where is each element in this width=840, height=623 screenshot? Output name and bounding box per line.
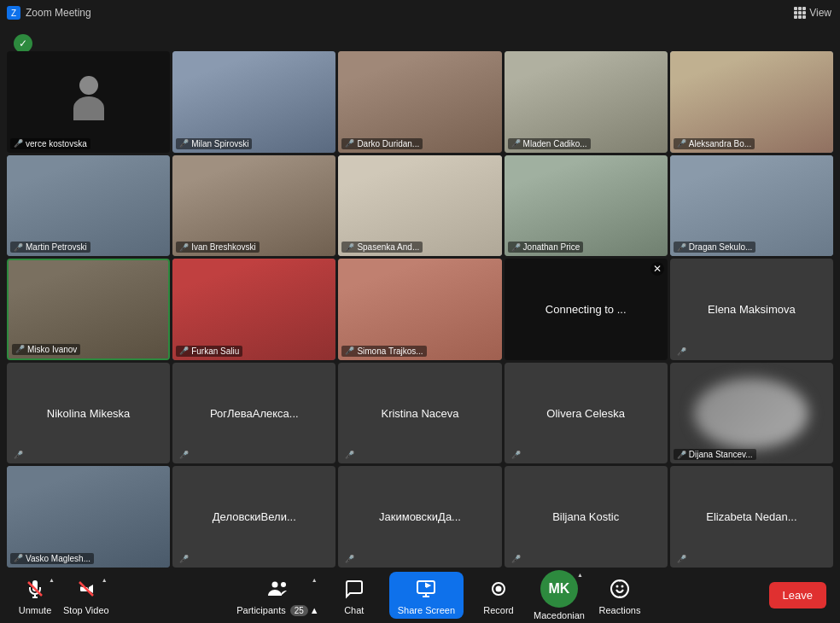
unmute-button[interactable]: ▲ Unmute [14,575,56,615]
tile-olivera[interactable]: Olivera Celeska 🎤 [505,363,668,464]
tile-elena[interactable]: Elena Maksimova 🎤 [670,259,833,360]
mute-icon-rogleva: 🎤 [179,451,189,459]
tile-video-darko [338,51,501,153]
chat-button[interactable]: Chat [333,575,376,615]
connecting-text: Connecting to ... [539,296,633,323]
tile-rogleva[interactable]: РогЛеваАлекса... 🎤 [172,363,335,464]
tile-furkan[interactable]: 🎤 Furkan Saliu [172,259,335,360]
tile-milan[interactable]: 🎤 Milan Spirovski [172,51,335,153]
tile-ivan[interactable]: 🎤 Ivan Breshkovski [172,155,335,257]
share-screen-button[interactable]: Share Screen [389,572,464,619]
title-bar: Z Zoom Meeting View [0,0,840,26]
record-button[interactable]: Record [477,575,520,615]
tile-dijana[interactable]: 🎤 Dijana Stancev... [670,363,833,464]
name-nikolina: Nikolina Mikeska [40,400,137,427]
tile-video-mladen [505,51,668,153]
stop-video-button[interactable]: ▲ Stop Video [63,575,109,615]
grid-icon [794,7,806,19]
mute-biljana: 🎤 [508,554,524,564]
reactions-icon [606,575,633,603]
macedonian-button[interactable]: ▲ MK Macedonian [534,570,585,620]
reactions-button[interactable]: Reactions [598,575,641,615]
name-biljana: Biljana Kostic [545,504,626,530]
stop-video-icon [73,575,100,603]
mute-icon-verce: 🎤 [14,139,23,148]
name-milan: 🎤 Milan Spirovski [176,138,252,149]
mute-olivera: 🎤 [508,450,524,460]
tile-misko[interactable]: 🎤 Misko Ivanov [7,259,170,360]
name-rogleva: РогЛеваАлекса... [203,400,306,427]
video-grid: 🎤 verce kostovska 🎤 Milan Spirovski 🎤 Da… [7,51,833,568]
mute-icon-dragan: 🎤 [677,243,686,252]
name-spasenka: 🎤 Spasenka And... [341,242,423,253]
view-label: View [809,7,831,19]
connecting-close-button[interactable]: ✕ [650,262,664,276]
app-title: Zoom Meeting [26,7,91,19]
tile-vasko[interactable]: 🎤 Vasko Maglesh... [7,466,170,568]
leave-button[interactable]: Leave [769,582,826,608]
tile-video-milan [172,51,335,153]
name-jonathan: 🎤 Jonathan Price [508,242,584,253]
macedonian-label: Macedonian [534,610,585,620]
tile-mladen[interactable]: 🎤 Mladen Cadiko... [505,51,668,153]
tile-connecting[interactable]: ✕ Connecting to ... [505,259,668,360]
unmute-label: Unmute [19,605,52,615]
record-icon [485,575,512,603]
blurred-face-dijana [694,378,808,449]
svg-point-5 [281,582,286,587]
chat-icon [341,575,368,603]
name-darko: 🎤 Darko Duridan... [341,138,423,149]
view-button[interactable]: View [794,7,831,19]
participants-label: Participants 25 ▲ [236,605,319,616]
participants-chevron[interactable]: ▲ [312,577,318,583]
share-screen-label: Share Screen [398,605,455,615]
tile-verce[interactable]: 🎤 verce kostovska [7,51,170,153]
mute-icon-biljana: 🎤 [511,555,521,563]
name-verce: 🎤 verce kostovska [10,138,90,149]
tile-simona[interactable]: 🎤 Simona Trajkos... [338,259,501,360]
toolbar-left: ▲ Unmute ▲ Stop Video [14,575,109,615]
tile-spasenka[interactable]: 🎤 Spasenka And... [338,155,501,257]
mute-icon-elena: 🎤 [677,347,686,356]
name-aleksandra: 🎤 Aleksandra Bo... [674,138,755,149]
macedonian-chevron[interactable]: ▲ [577,572,583,578]
tile-aleksandra[interactable]: 🎤 Aleksandra Bo... [670,51,833,153]
mute-icon-mladen: 🎤 [511,139,521,148]
mute-nikolina: 🎤 [10,450,26,460]
mute-elizabeta: 🎤 [674,554,690,564]
mute-icon-darko: 🎤 [345,139,354,148]
name-mladen: 🎤 Mladen Cadiko... [508,138,591,149]
name-delovski: ДеловскиВели... [206,504,303,530]
mute-elena: 🎤 [674,346,690,357]
mute-icon-milan: 🎤 [179,139,189,148]
tile-delovski[interactable]: ДеловскиВели... 🎤 [172,466,335,568]
tile-dragan[interactable]: 🎤 Dragan Sekulо... [670,155,833,257]
name-furkan: 🎤 Furkan Saliu [176,346,242,357]
stop-video-label: Stop Video [63,605,109,615]
mute-rogleva: 🎤 [176,450,192,460]
security-badge[interactable]: ✓ [14,34,32,53]
mute-kristina: 🎤 [341,450,358,460]
tile-jonathan[interactable]: 🎤 Jonathan Price [505,155,668,257]
participants-button[interactable]: ▲ Participants 25 ▲ [236,575,319,616]
svg-point-8 [496,586,502,592]
tile-nikolina[interactable]: Nikolina Mikeska 🎤 [7,363,170,464]
participants-chevron-label[interactable]: ▲ [310,605,319,615]
tile-darko[interactable]: 🎤 Darko Duridan... [338,51,501,153]
tile-elizabeta[interactable]: Elizabeta Nedan... 🎤 [670,466,833,568]
tile-biljana[interactable]: Biljana Kostic 🎤 [505,466,668,568]
name-ivan: 🎤 Ivan Breshkovski [176,242,260,253]
tile-kristina[interactable]: Kristina Naceva 🎤 [338,363,501,464]
mute-icon-furkan: 🎤 [179,346,189,355]
mute-icon-misko: 🎤 [15,345,25,353]
tile-jakimovski[interactable]: ЈакимовскиДа... 🎤 [338,466,501,568]
stop-video-chevron[interactable]: ▲ [102,577,108,583]
name-dragan: 🎤 Dragan Sekulо... [674,242,756,253]
tile-martin[interactable]: 🎤 Martin Petrovski [7,155,170,257]
name-misko: 🎤 Misko Ivanov [12,344,80,355]
unmute-icon [21,575,49,603]
toolbar: ▲ Unmute ▲ Stop Video [0,568,840,623]
unmute-chevron[interactable]: ▲ [49,577,55,583]
name-kristina: Kristina Naceva [374,400,465,427]
mute-icon-vasko: 🎤 [14,554,23,562]
